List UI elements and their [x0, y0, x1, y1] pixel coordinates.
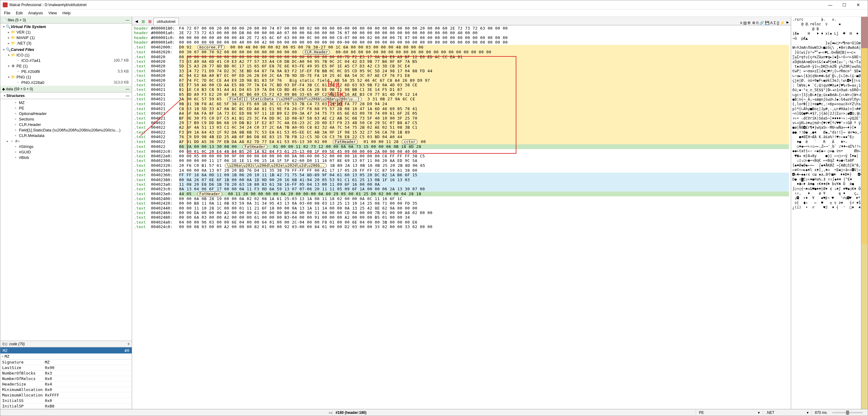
save-icon[interactable]: 💾 — [765, 21, 770, 25]
hex-row[interactable]: .text00402340:14 00 00 0A 13 07 20 20 BD… — [134, 168, 789, 172]
menu-analysis[interactable]: Analysis — [26, 10, 45, 16]
property-row[interactable]: InitialSS0x0 — [0, 398, 132, 404]
hex-row[interactable]: .text00402276 C9 D9 98 4B ED 25 AB 6F B6… — [134, 134, 789, 139]
hex-row[interactable]: .text00402440:00 00 11 10 28 1C 00 00 01… — [134, 206, 789, 211]
hex-row[interactable]: .text004023e0:44 05 FatHeader 00 11 20 9… — [134, 192, 789, 196]
tree-section[interactable]: ▾🔍 Virtual File System — [0, 24, 132, 29]
hex-row[interactable]: .text00402000:D0 92 mscoree.FT 00 00 48 … — [134, 45, 789, 50]
hex-row[interactable]: .text0040210B 81 3B F8 AC 6E 5F 38 21 F5… — [134, 102, 789, 106]
hex-row[interactable]: .text004024c0:00 00 08 03 00 00 A2 00 00… — [134, 224, 789, 229]
hex-row[interactable]: .text004022AF 91 DD A5 36 7F EB DA A8 02… — [134, 139, 789, 144]
status-runtime[interactable]: .NET ▾ — [763, 411, 812, 415]
tree-item[interactable]: ▸📁.NET (3) — [0, 40, 132, 46]
hex-row[interactable]: .text00402460:00 00 DA 00 00 00 A2 00 00… — [134, 211, 789, 215]
structure-item[interactable]: ▫#GUID — [0, 149, 132, 155]
hex-view[interactable]: header#00000180:F4 72 07 00 00 20 00 00 … — [132, 25, 791, 409]
link-icon[interactable]: 🔗 — [760, 21, 764, 25]
ascii-view[interactable]: .rsrc à. v. @ @.reloc ♀ ▪ @ B|Æ▪ H ♦ ♦ x… — [791, 17, 861, 409]
structure-item[interactable]: ▫Sections — [0, 116, 132, 122]
hex-row[interactable]: .text00402000 00 00 00 00 00 00 00 00 00… — [134, 55, 789, 59]
tree-item[interactable]: ▫ICO.#7a41100.7 KB — [0, 58, 132, 63]
hex-row[interactable]: .text00402420:00 00 B8 11 0A 11 0B 93 59… — [134, 201, 789, 205]
hex-row[interactable]: .text00402480:00 00 6A 03 00 00 A2 00 00… — [134, 215, 789, 220]
hex-row[interactable]: .text00402380:00 0A 26 07 6E 6F 1B 00 00… — [134, 178, 789, 182]
expander-icon[interactable]: ▾ — [0, 355, 5, 358]
flag-icon[interactable]: ⚑ — [786, 21, 789, 25]
copy-icon[interactable]: ⎘ — [756, 21, 758, 25]
minimap[interactable] — [861, 17, 868, 409]
menu-view[interactable]: View — [46, 10, 60, 16]
hex-row[interactable]: .text00402033 E4 72 71 D9 74 D2 3C 3E BD… — [134, 69, 789, 73]
hex-row[interactable]: .text00402229 E7 B9 C9 DD B6 68 19 DB B2… — [134, 121, 789, 125]
property-row[interactable]: HeaderSize0x4 — [0, 382, 132, 387]
hex-row[interactable]: .text004022e0:00 00 05 00 00 00 90 9F 00… — [134, 154, 789, 158]
hex-row[interactable]: .text00402007 74 FC 7D 0C CE A4 E9 2D 98… — [134, 78, 789, 83]
data-header[interactable]: ◆ data (59 + 0 + 0) — — [0, 86, 132, 92]
property-row[interactable]: InitialSP0xB8 — [0, 404, 132, 409]
close-button[interactable]: ✕ — [851, 0, 865, 9]
property-row[interactable]: SignatureMZ — [0, 359, 132, 365]
hex-row[interactable]: .text00402181 1E C4 B3 C8 91 A4 A1 D4 65… — [134, 87, 789, 92]
tab-obfudotnet[interactable]: obfudotnet — [153, 18, 179, 25]
new-file-icon[interactable]: ▦ — [140, 18, 146, 24]
status-type[interactable]: PE ▾ — [696, 411, 763, 415]
hex-row[interactable]: .text004021EE 77 50 A6 00 CD AA E5 88 7F… — [134, 83, 789, 87]
hex-row[interactable]: .text0040213A 00 6C 57 59 65 Field[1].St… — [134, 97, 789, 102]
hex-row[interactable]: .text004021A4 5F 0A FA 8F 1A 73 EC ED 08… — [134, 111, 789, 116]
hex-row[interactable]: .text00402320:20 F6 C0 B1 57 61 \u206a\u… — [134, 163, 789, 168]
hex-row[interactable]: .text004022A2 AF 4A 51 13 03 C1 0C 34 24… — [134, 125, 789, 130]
property-row[interactable]: MaximumAllocation0xFFFF — [0, 392, 132, 398]
hex-row[interactable]: .text00402300:00 00 00 00 11 17 06 1E 1E… — [134, 158, 789, 163]
structure-item[interactable]: ▫#Blob — [0, 155, 132, 160]
collapse-icon[interactable]: — — [126, 18, 130, 22]
hex-row[interactable]: .text00402020:00 30 07 00 70 92 00 00 00… — [134, 50, 789, 55]
menu-file[interactable]: File — [2, 10, 13, 16]
hex-row[interactable]: .text00402073 D3 A9 4A 6D 41 C0 E3 A2 77… — [134, 59, 789, 64]
tree-item[interactable]: ▫PE.#20df85.5 KB — [0, 69, 132, 74]
text-a-icon[interactable]: A — [770, 21, 773, 25]
structure-item[interactable]: ▫Field[1].StaticData (\u206f\u206f\u206b… — [0, 127, 132, 133]
mz-label-row[interactable]: ▾ MZ — [0, 353, 132, 359]
hex-row[interactable]: header#00000180:F4 72 07 00 00 20 00 00 … — [134, 26, 789, 31]
menu-edit[interactable]: Edit — [13, 10, 25, 16]
structure-item[interactable]: ▫#Strings — [0, 143, 132, 149]
menu-help[interactable]: Help — [60, 10, 73, 16]
structure-item[interactable]: ▫CLR.Metadata — [0, 133, 132, 138]
tree-section[interactable]: ▾🔍 Carved Files — [0, 47, 132, 52]
expander-icon[interactable]: ▾ — [2, 94, 6, 97]
add-button[interactable]: + — [127, 341, 130, 347]
hex-row[interactable]: .text004024a0:04 00 00 96 03 00 00 6E 04… — [134, 220, 789, 224]
shield-icon[interactable]: ⛨ — [747, 21, 751, 25]
property-row[interactable]: LastSize0x90 — [0, 365, 132, 371]
property-row[interactable]: NumberOfRelocs0x0 — [0, 376, 132, 382]
mz-tab[interactable]: MZ — [0, 348, 10, 353]
hex-row[interactable]: .text004022F3 B9 1A 64 43 1F 92 DA 8B 6B… — [134, 130, 789, 134]
hex-row[interactable]: .text00402400:00 00 0A 0B 28 19 00 00 0A… — [134, 196, 789, 201]
hex-row[interactable]: .text00402360:FF FF 16 6A 0D 11 09 1B 06… — [134, 172, 789, 177]
hex-row[interactable]: header#000001e0:00 00 00 00 00 00 00 00 … — [134, 40, 789, 44]
tree-item[interactable]: ▾📁PNG (1) — [0, 74, 132, 79]
hex-row[interactable]: .text00402206 2A 00 00 13 30 08 00 FatHe… — [134, 144, 789, 149]
structure-item[interactable]: ▫CLR.Header — [0, 122, 132, 127]
page-icon[interactable]: ▤ — [743, 21, 747, 25]
hex-row[interactable]: .text004023c0:0A 13 04 06 6F 17 00 00 0A… — [134, 187, 789, 191]
property-row[interactable]: NumberOfBlocks0x3 — [0, 371, 132, 376]
structures-header[interactable]: ▾ Structures — — [0, 92, 132, 99]
tree-item[interactable]: ▸📁MANIF (1) — [0, 35, 132, 40]
zoom-slider[interactable] — [832, 412, 863, 413]
structure-item[interactable]: ▫MZ — [0, 100, 132, 105]
tree-item[interactable]: ▾📁ICO (1) — [0, 52, 132, 58]
collapse-icon[interactable]: — — [126, 94, 130, 98]
hex-row[interactable]: .text004021BF 0E 30 F5 C0 D7 C5 A1 B1 25… — [134, 116, 789, 121]
gear-icon[interactable]: ⚙ — [752, 21, 755, 25]
structure-item[interactable]: ▫OptionalHeader — [0, 111, 132, 116]
hex-row[interactable]: .text004023a0:11 08 20 E8 D6 1B 78 20 63… — [134, 182, 789, 187]
hex-row[interactable]: .text00402165 4D A9 F3 E2 20 6F 84 8C B6… — [134, 92, 789, 97]
func-icon[interactable]: Σ — [774, 21, 776, 25]
braces-icon[interactable]: {} — [777, 21, 779, 25]
hex-row[interactable]: .text0040205D C5 A3 28 77 8D BD 0C 17 15… — [134, 64, 789, 68]
bolt-icon[interactable]: ⚡ — [780, 21, 785, 25]
hex-row[interactable]: header#000001c0:00 00 00 00 00 40 00 00 … — [134, 35, 789, 40]
minimize-button[interactable]: — — [823, 0, 837, 9]
tree-item[interactable]: ▾⚙PE (1) — [0, 63, 132, 69]
